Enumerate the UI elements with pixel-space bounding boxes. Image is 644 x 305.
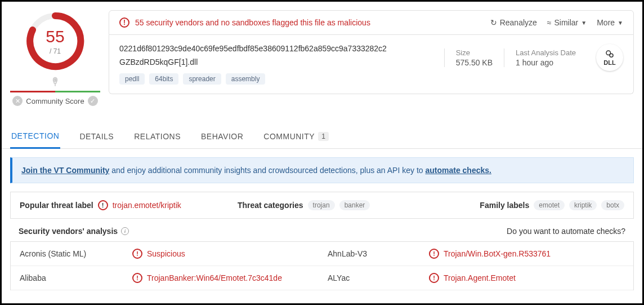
vendor-name: Acronis (Static ML) (20, 249, 132, 258)
family-labels-title: Family labels (480, 201, 529, 210)
tab-behavior[interactable]: BEHAVIOR (200, 125, 244, 148)
alert-icon: ! (429, 273, 439, 283)
tag[interactable]: assembly (226, 73, 266, 85)
threat-categories-title: Threat categories (238, 201, 303, 210)
family-chip[interactable]: kriptik (569, 200, 597, 210)
community-banner: Join the VT Community and enjoy addition… (10, 157, 634, 183)
alert-icon: ! (119, 17, 129, 28)
detection-result: !Trojan.Agent.Emotet (429, 273, 624, 283)
popular-threat-label-value[interactable]: trojan.emotet/kriptik (113, 201, 181, 210)
file-name: GZBzdRD5kqGF[1].dll (119, 58, 444, 67)
score-panel: 55 / 71 ? ✕ Community Score ✓ (10, 10, 100, 106)
alert-icon: ! (98, 200, 108, 210)
file-type-icon: DLL (596, 44, 623, 71)
file-hash[interactable]: 0221d6f801293c9de40c69fe95edfbdf85e38609… (119, 44, 444, 53)
detection-result: !Trojan/Win.BotX-gen.R533761 (429, 249, 624, 259)
vendor-name: Alibaba (20, 273, 132, 282)
category-chip[interactable]: banker (339, 200, 370, 210)
vendor-name: ALYac (328, 273, 429, 282)
community-count-badge: 1 (318, 132, 329, 141)
check-badge-icon: ✓ (88, 96, 98, 106)
vendor-grid: Acronis (Static ML) !Suspicious AhnLab-V… (10, 241, 634, 290)
threat-summary-row: Popular threat label ! trojan.emotet/kri… (10, 192, 634, 219)
detection-result: !TrojanBanker:Win64/Emotet.7c3c41de (132, 273, 328, 283)
category-chip[interactable]: trojan (308, 200, 335, 210)
x-badge-icon: ✕ (12, 96, 23, 106)
alert-icon: ! (132, 249, 142, 259)
alert-icon: ! (429, 249, 439, 259)
vendor-name: AhnLab-V3 (328, 249, 429, 258)
chevron-down-icon: ▼ (618, 20, 623, 26)
community-score-row: ✕ Community Score ✓ (12, 96, 97, 106)
file-detail-box: 0221d6f801293c9de40c69fe95edfbdf85e38609… (109, 35, 634, 94)
date-label: Last Analysis Date (516, 48, 576, 57)
svg-point-4 (610, 54, 613, 57)
similar-icon: ≈ (547, 18, 552, 27)
size-label: Size (456, 48, 493, 57)
file-tags: pedll 64bits spreader assembly (119, 73, 444, 85)
detection-result: !Suspicious (132, 249, 328, 259)
detection-gauge: 55 / 71 (21, 10, 89, 72)
community-score-label: Community Score (26, 97, 84, 105)
tab-details[interactable]: DETAILS (78, 125, 115, 148)
alert-icon: ! (132, 273, 142, 283)
tag[interactable]: 64bits (149, 73, 178, 85)
pin-icon: ? (50, 77, 61, 90)
vendor-row: Alibaba !TrojanBanker:Win64/Emotet.7c3c4… (11, 266, 633, 290)
family-chip[interactable]: emotet (534, 200, 565, 210)
tab-relations[interactable]: RELATIONS (133, 125, 182, 148)
popular-threat-label-title: Popular threat label (20, 201, 93, 210)
chevron-down-icon: ▼ (581, 20, 587, 26)
tag[interactable]: pedll (119, 73, 145, 85)
reanalyze-icon: ↻ (490, 18, 497, 27)
tab-bar: DETECTION DETAILS RELATIONS BEHAVIOR COM… (2, 125, 642, 149)
similar-button[interactable]: ≈ Similar ▼ (547, 18, 587, 27)
alert-text: 55 security vendors and no sandboxes fla… (135, 18, 370, 27)
automate-checks-prompt[interactable]: Do you want to automate checks? (507, 227, 625, 236)
size-value: 575.50 KB (456, 58, 493, 67)
alert-bar: ! 55 security vendors and no sandboxes f… (109, 10, 634, 35)
score-bar (10, 91, 100, 92)
family-chip[interactable]: botx (601, 200, 624, 210)
more-button[interactable]: More ▼ (597, 18, 623, 27)
automate-checks-link[interactable]: automate checks. (425, 166, 491, 175)
info-icon[interactable]: i (121, 227, 129, 235)
gauge-score: 55 (46, 27, 64, 46)
date-value: 1 hour ago (516, 58, 576, 67)
join-community-link[interactable]: Join the VT Community (21, 166, 109, 175)
tab-community[interactable]: COMMUNITY 1 (262, 125, 330, 148)
vendors-analysis-title: Security vendors' analysis i (19, 227, 129, 236)
reanalyze-button[interactable]: ↻ Reanalyze (490, 18, 537, 27)
gauge-total: / 71 (50, 47, 61, 55)
tag[interactable]: spreader (183, 73, 221, 85)
vendor-row: Acronis (Static ML) !Suspicious AhnLab-V… (11, 242, 633, 266)
tab-detection[interactable]: DETECTION (10, 125, 60, 149)
